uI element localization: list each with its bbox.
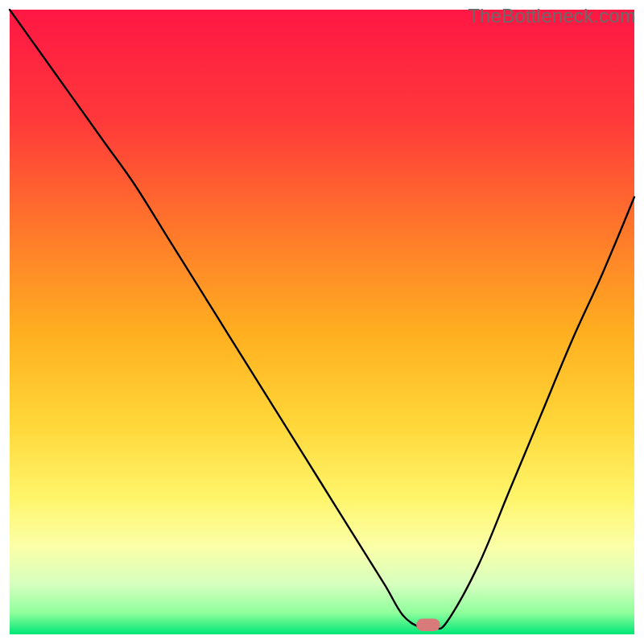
chart-container: TheBottleneck.com <box>0 0 644 644</box>
bottleneck-chart <box>0 0 644 644</box>
watermark-text: TheBottleneck.com <box>468 5 636 27</box>
highlight-marker <box>416 619 440 632</box>
plot-background <box>10 10 634 634</box>
